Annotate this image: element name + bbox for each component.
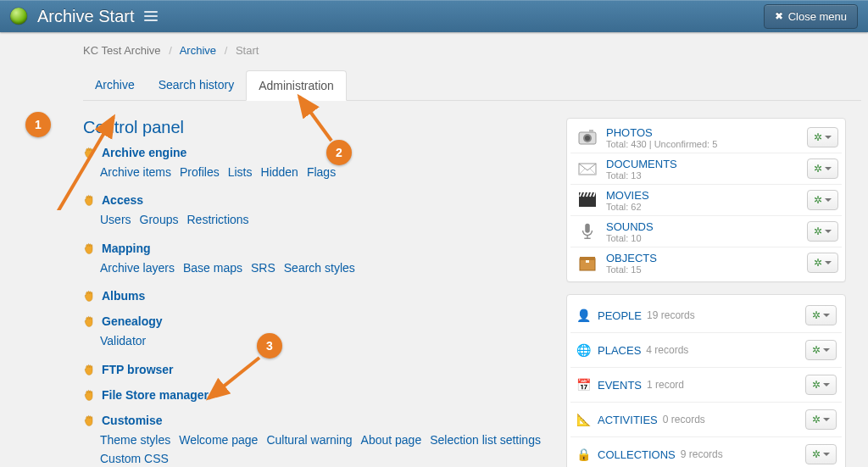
link-srs[interactable]: SRS: [251, 259, 275, 277]
gear-button[interactable]: ✲: [807, 253, 838, 273]
hand-icon: [83, 289, 97, 303]
category-row: 👤PEOPLE19 records✲: [570, 298, 842, 332]
media-row: SOUNDSTotal: 10✲: [570, 215, 842, 247]
category-count: 0 records: [663, 414, 705, 425]
link-profiles[interactable]: Profiles: [180, 163, 220, 181]
section-albums[interactable]: Albums: [102, 289, 145, 303]
close-menu-button[interactable]: ✖ Close menu: [764, 4, 858, 29]
gear-icon: ✲: [812, 414, 821, 425]
media-sub: Total: 15: [606, 264, 807, 275]
media-photos[interactable]: PHOTOS: [606, 126, 653, 139]
gear-icon: ✲: [812, 344, 821, 356]
link-groups[interactable]: Groups: [140, 210, 179, 229]
section-genealogy[interactable]: Genealogy: [102, 314, 163, 328]
gear-button[interactable]: ✲: [807, 127, 838, 147]
gear-button[interactable]: ✲: [807, 158, 838, 179]
link-custom-css[interactable]: Custom CSS: [100, 449, 169, 467]
link-selection-list-settings[interactable]: Selection list settings: [430, 431, 541, 449]
link-users[interactable]: Users: [100, 210, 131, 229]
link-archive-items[interactable]: Archive items: [100, 163, 171, 181]
close-icon: ✖: [775, 11, 783, 21]
page-body: KC Test Archive / Archive / Start Archiv…: [0, 32, 861, 467]
link-cultural-warning[interactable]: Cultural warning: [266, 431, 352, 449]
section-archive-engine[interactable]: Archive engine: [102, 146, 186, 159]
section-access[interactable]: Access: [102, 193, 143, 207]
category-row: 📐ACTIVITIES0 records✲: [570, 402, 842, 436]
category-count: 1 record: [647, 379, 684, 391]
hand-icon: [83, 363, 97, 376]
gear-icon: ✲: [814, 257, 822, 269]
categories-panel: 👤PEOPLE19 records✲🌐PLACES4 records✲📅EVEN…: [566, 294, 846, 467]
category-icon: 📅: [576, 378, 591, 392]
category-people[interactable]: PEOPLE: [598, 309, 642, 322]
category-row: 🌐PLACES4 records✲: [570, 332, 842, 367]
category-count: 4 records: [646, 344, 688, 356]
chevron-down-icon: [825, 136, 832, 139]
tab-archive[interactable]: Archive: [83, 70, 147, 100]
gear-button[interactable]: ✲: [807, 221, 838, 242]
chevron-down-icon: [823, 348, 830, 352]
category-events[interactable]: EVENTS: [598, 379, 642, 392]
gear-button[interactable]: ✲: [805, 444, 837, 464]
link-base-maps[interactable]: Base maps: [183, 259, 242, 277]
gear-button[interactable]: ✲: [807, 190, 838, 210]
hand-icon: [83, 314, 97, 328]
svg-point-2: [585, 136, 590, 141]
category-icon: 🔒: [576, 448, 591, 461]
chevron-down-icon: [825, 198, 832, 202]
svg-rect-12: [586, 260, 589, 263]
link-archive-layers[interactable]: Archive layers: [100, 259, 175, 277]
tab-administration[interactable]: Administration: [246, 70, 347, 101]
section-file-store-manager[interactable]: File Store manager: [102, 388, 209, 402]
clapper-icon: [576, 188, 599, 212]
link-theme-styles[interactable]: Theme styles: [100, 431, 170, 449]
media-objects[interactable]: OBJECTS: [606, 252, 657, 264]
media-panel: PHOTOSTotal: 430 | Unconfirmed: 5✲DOCUME…: [566, 118, 846, 282]
gear-button[interactable]: ✲: [805, 375, 837, 395]
category-activities[interactable]: ACTIVITIES: [598, 414, 658, 426]
link-hidden[interactable]: Hidden: [261, 163, 298, 181]
media-movies[interactable]: MOVIES: [606, 189, 649, 202]
section-ftp-browser[interactable]: FTP browser: [102, 363, 174, 376]
link-welcome-page[interactable]: Welcome page: [179, 431, 258, 449]
mic-icon: [576, 220, 599, 243]
hand-icon: [83, 146, 97, 159]
top-bar: Archive Start ✖ Close menu: [0, 0, 868, 32]
media-documents[interactable]: DOCUMENTS: [606, 158, 677, 170]
control-panel-heading: Control panel: [83, 118, 549, 137]
category-count: 9 records: [681, 448, 723, 460]
category-icon: 👤: [576, 309, 591, 322]
breadcrumb-archive[interactable]: Archive: [180, 44, 216, 57]
tab-search-history[interactable]: Search history: [147, 70, 246, 100]
chevron-down-icon: [823, 453, 830, 456]
media-sounds[interactable]: SOUNDS: [606, 220, 654, 233]
menu-icon[interactable]: [141, 8, 161, 25]
svg-rect-11: [580, 257, 595, 260]
envelope-icon: [576, 157, 599, 181]
link-about-page[interactable]: About page: [361, 431, 422, 449]
section-customise[interactable]: Customise: [102, 414, 163, 427]
link-flags[interactable]: Flags: [307, 163, 336, 181]
gear-button[interactable]: ✲: [805, 340, 837, 360]
category-icon: 🌐: [576, 343, 591, 357]
page-title: Archive Start: [37, 7, 134, 26]
media-sub: Total: 62: [606, 202, 807, 212]
link-search-styles[interactable]: Search styles: [284, 259, 355, 277]
chevron-down-icon: [825, 167, 832, 170]
chevron-down-icon: [823, 314, 830, 317]
hand-icon: [83, 193, 97, 207]
camera-icon: [576, 125, 599, 149]
category-collections[interactable]: COLLECTIONS: [598, 448, 676, 461]
category-places[interactable]: PLACES: [598, 344, 641, 357]
gear-icon: ✲: [812, 309, 821, 321]
gear-button[interactable]: ✲: [805, 305, 837, 325]
gear-icon: ✲: [814, 194, 822, 206]
section-mapping[interactable]: Mapping: [102, 242, 151, 255]
link-lists[interactable]: Lists: [228, 163, 253, 181]
link-restrictions[interactable]: Restrictions: [186, 210, 248, 229]
link-validator[interactable]: Validator: [100, 331, 146, 350]
gear-button[interactable]: ✲: [805, 409, 837, 430]
media-sub: Total: 10: [606, 233, 807, 243]
gear-icon: ✲: [814, 131, 822, 143]
media-row: DOCUMENTSTotal: 13✲: [570, 153, 842, 184]
